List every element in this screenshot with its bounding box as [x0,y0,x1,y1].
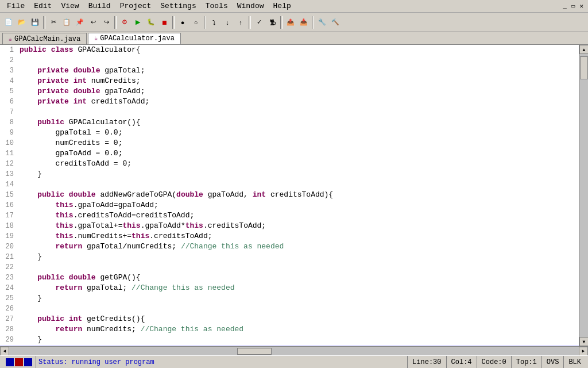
code-line-4: 4 private int numCredits; [0,76,579,86]
scroll-thumb[interactable] [580,56,588,79]
copy-button[interactable]: 📋 [60,16,73,29]
horizontal-scrollbar[interactable]: ◄ ► [0,346,588,355]
tool2-button[interactable]: 🔨 [329,16,342,29]
hscroll-thumb[interactable] [237,348,272,355]
scroll-left-arrow[interactable]: ◄ [0,347,9,356]
check-button[interactable]: ✓ [253,16,265,29]
maximize-button[interactable]: ▭ [569,2,578,10]
tab-icon-main: ☕ [9,36,12,43]
line-num-12: 12 [0,159,17,169]
line-content-21: } [17,252,579,262]
minimize-button[interactable]: _ [560,3,569,10]
toolbar-separator-2 [114,16,117,29]
line-content-6: private int creditsToAdd; [17,97,579,107]
menu-help[interactable]: Help [269,1,296,12]
line-num-6: 6 [0,97,17,107]
menu-window[interactable]: Window [233,1,269,12]
code-editor[interactable]: 1 public class GPACalculator{ 2 3 privat… [0,45,579,346]
line-content-5: private double gpaToAdd; [17,86,579,97]
code-line-19: 19 this.numCredits+=this.creditsToAdd; [0,231,579,241]
line-content-19: this.numCredits+=this.creditsToAdd; [17,231,579,241]
step-over-button[interactable]: ⤵ [208,16,220,29]
status-icons-section [2,356,36,368]
menu-tools[interactable]: Tools [201,1,233,12]
line-content-2 [17,55,579,66]
send-button[interactable]: 📤 [284,16,297,29]
code-line-11: 11 gpaToAdd = 0.0; [0,148,579,159]
toolbar-separator-3 [172,16,175,29]
line-content-16: this.gpaToAdd=gpaToAdd; [17,200,579,210]
open-button[interactable]: 📂 [16,16,28,29]
code-line-6: 6 private int creditsToAdd; [0,97,579,107]
code-line-8: 8 public GPACalculator(){ [0,117,579,128]
code-line-17: 17 this.creditsToAdd=creditsToAdd; [0,210,579,221]
line-num-29: 29 [0,335,17,345]
cut-button[interactable]: ✂ [47,16,60,29]
code-line-28: 28 return numCredits; //Change this as n… [0,324,579,335]
tab-label-main: GPACalcMain.java [14,35,80,43]
main-window: File Edit View Build Project Settings To… [0,0,588,368]
line-num-22: 22 [0,262,17,273]
close-button[interactable]: ✕ [577,2,586,10]
line-num-25: 25 [0,293,17,304]
code-line-24: 24 return gpaTotal; //Change this as nee… [0,283,579,293]
scroll-up-arrow[interactable]: ▲ [579,45,588,54]
status-icon-2 [15,358,23,366]
line-num-20: 20 [0,241,17,252]
line-num-7: 7 [0,107,17,117]
line-content-28: return numCredits; //Change this as need… [17,324,579,335]
line-num-27: 27 [0,314,17,324]
tab-gpacalcmain[interactable]: ☕ GPACalcMain.java [2,33,87,44]
code-line-26: 26 [0,304,579,314]
line-num-28: 28 [0,324,17,335]
line-content-8: public GPACalculator(){ [17,117,579,128]
line-content-11: gpaToAdd = 0.0; [17,148,579,159]
add-bp-button[interactable]: ● [176,16,189,29]
status-blk: BLK [563,356,586,369]
tab-gpacalculator[interactable]: ☕ GPACalculator.java [88,33,181,44]
save-button[interactable]: 💾 [29,16,41,29]
menu-project[interactable]: Project [115,1,156,12]
scroll-track[interactable] [579,54,588,337]
code-line-1: 1 public class GPACalculator{ [0,45,579,55]
step-out-button[interactable]: ↑ [234,16,247,29]
vertical-scrollbar[interactable]: ▲ ▼ [579,45,588,346]
redo-button[interactable]: ↪ [100,16,113,29]
tool1-button[interactable]: 🔧 [316,16,328,29]
code-line-13: 13 } [0,169,579,179]
toolbar-separator-6 [280,16,283,29]
status-line: Line:30 [407,356,446,369]
step-into-button[interactable]: ↓ [221,16,234,29]
run-button[interactable]: ▶ [131,16,144,29]
hscroll-track[interactable] [9,347,579,355]
code-line-21: 21 } [0,252,579,262]
line-num-30: 30 [0,345,17,346]
paste-button[interactable]: 📌 [74,16,86,29]
remove-bp-button[interactable]: ○ [189,16,202,29]
scroll-down-arrow[interactable]: ▼ [579,337,588,346]
line-num-5: 5 [0,86,17,97]
status-message: Status: running user program [36,358,407,366]
menu-view[interactable]: View [56,1,83,12]
code-content: 1 public class GPACalculator{ 2 3 privat… [0,45,579,346]
stop-button[interactable]: ⏹ [158,16,171,29]
menu-file[interactable]: File [2,1,29,12]
compile-button[interactable]: ⚙ [118,16,131,29]
menu-settings[interactable]: Settings [156,1,200,12]
code-line-25: 25 } [0,293,579,304]
scroll-right-arrow[interactable]: ► [579,347,588,356]
line-content-30: [ [17,345,579,346]
line-content-15: public double addNewGradeToGPA(double gp… [17,190,579,200]
undo-button[interactable]: ↩ [87,16,99,29]
jar-button[interactable]: 🗜 [266,16,278,29]
menu-edit[interactable]: Edit [29,1,56,12]
new-button[interactable]: 📄 [2,16,15,29]
menu-build[interactable]: Build [84,1,115,12]
line-num-10: 10 [0,138,17,148]
code-line-30: 30 [ [0,345,579,346]
receive-button[interactable]: 📥 [297,16,310,29]
debug-button[interactable]: 🐛 [145,16,157,29]
line-num-9: 9 [0,128,17,138]
line-content-9: gpaTotal = 0.0; [17,128,579,138]
toolbar-separator-1 [43,16,45,29]
